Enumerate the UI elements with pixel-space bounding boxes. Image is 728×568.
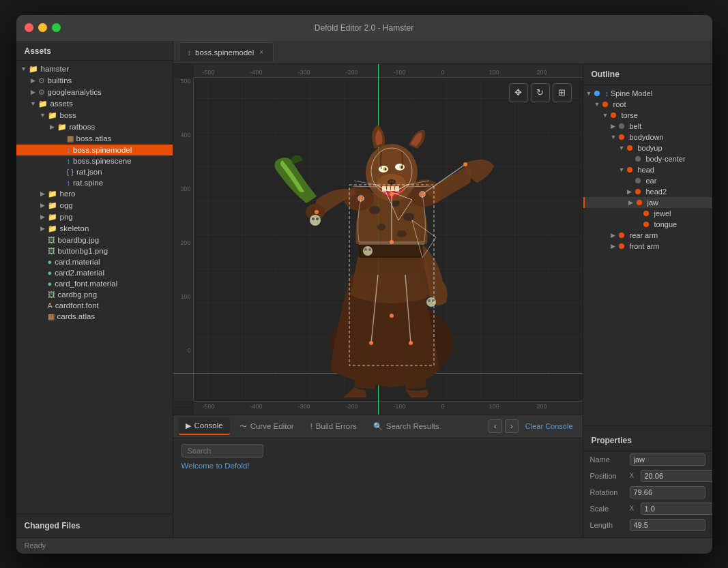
material-icon: ● — [48, 269, 53, 277]
tree-label: card2.material — [55, 269, 104, 277]
tree-item-cardbg[interactable]: 🖼 cardbg.png — [16, 289, 173, 300]
spine-tab-icon: ↕ — [188, 48, 192, 57]
chevron-down-icon: ▼ — [611, 134, 619, 140]
tree-item-boss-spinemodel[interactable]: ↕ boss.spinemodel — [16, 145, 173, 155]
svg-point-19 — [384, 168, 386, 170]
front-arm-dot — [619, 243, 624, 249]
ruler-left: 500 400 300 200 100 0 — [173, 78, 194, 401]
outline-item-jaw[interactable]: ▶ jaw — [583, 197, 712, 208]
outline-label: bodyup — [638, 144, 663, 152]
outline-item-root[interactable]: ▼ root — [583, 99, 712, 110]
clear-console-button[interactable]: Clear Console — [521, 421, 577, 432]
tree-item-hero[interactable]: ▶ 📁 hero — [16, 188, 173, 200]
tree-item-rat-spine[interactable]: ↕ rat.spine — [16, 177, 173, 188]
tree-label: cardfont.font — [55, 301, 99, 310]
folder-icon: 📁 — [48, 224, 57, 233]
spinemodel-icon: ↕ — [67, 146, 71, 154]
app-window: Defold Editor 2.0 - Hamster Assets ▼ 📁 h… — [16, 15, 712, 554]
outline-item-torse[interactable]: ▼ torse — [583, 110, 712, 121]
bottom-panel: ▶ Console 〜 Curve Editor ! Build Errors — [173, 415, 583, 537]
tab-search-results[interactable]: 🔍 Search Results — [366, 417, 446, 435]
tree-item-rat-json[interactable]: { } rat.json — [16, 166, 173, 177]
tree-item-card-material[interactable]: ● card.material — [16, 256, 173, 267]
tree-item-boss-spinescene[interactable]: ↕ boss.spinescene — [16, 155, 173, 166]
name-label: Name — [590, 455, 626, 464]
tree-label: boss — [60, 111, 76, 119]
console-navigation: ‹ › — [489, 419, 519, 433]
content-split: -500 -400 -300 -200 -100 0 100 200 500 4… — [173, 64, 712, 537]
outline-item-body-center[interactable]: body-center — [583, 153, 712, 164]
svg-point-52 — [369, 341, 373, 345]
outline-item-head2[interactable]: ▶ head2 — [583, 186, 712, 197]
font-icon: A — [48, 301, 53, 310]
outline-item-front-arm[interactable]: ▶ front arm — [583, 241, 712, 252]
length-label: Length — [590, 521, 626, 529]
console-prev-button[interactable]: ‹ — [489, 419, 502, 433]
outline-item-ear[interactable]: ear — [583, 175, 712, 186]
tree-item-card2-material[interactable]: ● card2.material — [16, 267, 173, 278]
tree-item-boss[interactable]: ▼ 📁 boss — [16, 110, 173, 121]
chevron-down-icon: ▼ — [19, 65, 29, 72]
status-text: Ready — [25, 541, 46, 550]
tree-item-card-font-material[interactable]: ● card_font.material — [16, 278, 173, 289]
tree-item-buttonbg1[interactable]: 🖼 buttonbg1.png — [16, 245, 173, 256]
tab-curve-editor[interactable]: 〜 Curve Editor — [233, 417, 301, 435]
svg-point-26 — [388, 179, 396, 185]
outline-item-rear-arm[interactable]: ▶ rear arm — [583, 230, 712, 241]
outline-label: belt — [630, 122, 642, 130]
chevron-right-icon: ▶ — [611, 232, 619, 239]
scale-label: Scale — [590, 505, 626, 513]
length-input[interactable] — [630, 519, 705, 531]
outline-item-tongue[interactable]: tongue — [583, 219, 712, 230]
svg-point-55 — [315, 210, 319, 214]
tree-item-cards-atlas[interactable]: ▦ cards.atlas — [16, 311, 173, 323]
jewel-dot — [643, 211, 649, 216]
tree-item-boss-atlas[interactable]: ▦ boss.atlas — [16, 133, 173, 145]
tab-label: boss.spinemodel — [195, 48, 254, 57]
svg-point-50 — [390, 240, 394, 244]
head-dot — [627, 167, 632, 173]
tree-label: googleanalytics — [48, 88, 102, 96]
name-input[interactable] — [630, 453, 705, 466]
maximize-button[interactable] — [52, 23, 61, 32]
rotation-input[interactable] — [630, 486, 705, 498]
tree-item-googleanalytics[interactable]: ▶ ⚙ googleanalytics — [16, 87, 173, 98]
svg-point-33 — [363, 246, 373, 256]
position-x-input[interactable] — [641, 470, 712, 482]
tree-item-builtins[interactable]: ▶ ⚙ builtins — [16, 75, 173, 87]
tree-item-png[interactable]: ▶ 📁 png — [16, 211, 173, 223]
outline-item-belt[interactable]: ▶ belt — [583, 121, 712, 132]
bodyup-dot — [627, 145, 632, 151]
tree-item-ogg[interactable]: ▶ 📁 ogg — [16, 200, 173, 211]
tree-item-skeleton[interactable]: ▶ 📁 skeleton — [16, 223, 173, 235]
outline-label: jewel — [654, 209, 671, 218]
tree-item-boardbg[interactable]: 🖼 boardbg.jpg — [16, 235, 173, 245]
chevron-down-icon: ▼ — [594, 101, 602, 108]
tree-label: card.material — [55, 258, 100, 266]
console-search-input[interactable] — [181, 444, 263, 458]
outline-item-bodydown[interactable]: ▼ bodydown — [583, 132, 712, 143]
character-svg — [255, 84, 514, 398]
console-next-button[interactable]: › — [505, 419, 519, 433]
ear-dot — [635, 178, 641, 183]
image-icon: 🖼 — [48, 236, 55, 244]
tab-console[interactable]: ▶ Console — [179, 417, 230, 435]
tab-close-button[interactable]: × — [258, 47, 265, 57]
outline-item-head[interactable]: ▼ head — [583, 164, 712, 175]
root-dot — [602, 102, 608, 107]
close-button[interactable] — [25, 23, 33, 32]
scale-x-input[interactable] — [641, 503, 712, 515]
editor-tab-boss-spinemodel[interactable]: ↕ boss.spinemodel × — [179, 42, 274, 61]
outline-item-bodyup[interactable]: ▼ bodyup — [583, 143, 712, 153]
outline-item-jewel[interactable]: jewel — [583, 208, 712, 219]
outline-item-spine-model[interactable]: ▼ ↕ Spine Model — [583, 88, 712, 99]
tab-build-errors[interactable]: ! Build Errors — [304, 417, 364, 435]
ruler-bottom: -500 -400 -300 -200 -100 0 100 200 — [194, 401, 583, 415]
tree-item-ratboss[interactable]: ▶ 📁 ratboss — [16, 121, 173, 133]
tree-item-hamster[interactable]: ▼ 📁 hamster — [16, 63, 173, 75]
minimize-button[interactable] — [38, 23, 47, 32]
viewport[interactable]: -500 -400 -300 -200 -100 0 100 200 500 4… — [173, 64, 583, 415]
tree-item-cardfont[interactable]: A cardfont.font — [16, 300, 173, 311]
tree-item-assets[interactable]: ▼ 📁 assets — [16, 98, 173, 110]
belt-dot — [619, 123, 624, 129]
